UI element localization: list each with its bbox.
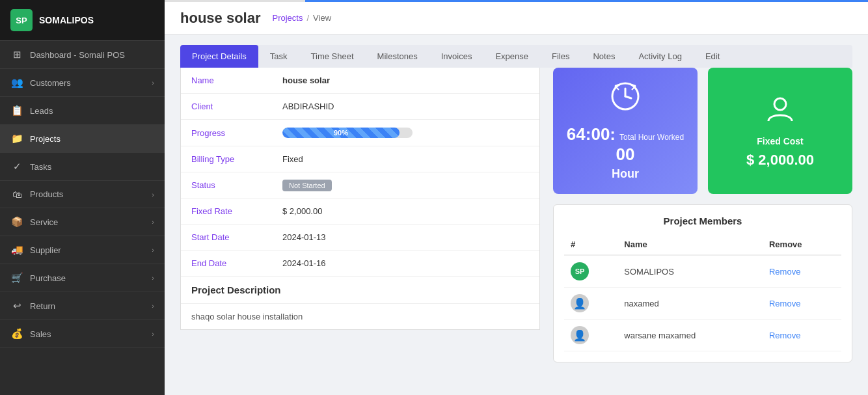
tab-invoices[interactable]: Invoices [429, 45, 484, 68]
content-area: Project Details Task Time Sheet Mileston… [165, 34, 868, 395]
supplier-icon: 🚚 [10, 244, 23, 256]
projects-icon: 📁 [10, 133, 23, 144]
main-content: house solar Projects / View Project Deta… [165, 0, 868, 395]
service-icon: 📦 [10, 216, 23, 228]
logo-icon: SP [10, 9, 33, 31]
value-status: Not Started [272, 172, 539, 198]
tab-project-details[interactable]: Project Details [180, 45, 258, 68]
row-start-date: Start Date 2024-01-13 [181, 225, 539, 251]
sidebar-item-projects[interactable]: 📁 Projects [0, 125, 165, 153]
col-hash: # [564, 234, 617, 255]
svg-point-5 [774, 98, 786, 110]
hours-label-inline: Total Hour Worked [619, 133, 684, 142]
sidebar: SP SOMALIPOS ⊞ Dashboard - Somali POS 👥 … [0, 0, 165, 395]
member-1-avatar: SP [571, 262, 589, 280]
members-title: Project Members [564, 215, 841, 226]
label-name: Name [181, 68, 272, 94]
stats-row: 64:00: Total Hour Worked 00 Hour [553, 68, 852, 194]
project-details-panel: Name house solar Client ABDIRASHID Progr… [180, 68, 540, 330]
member-2-remove-cell: Remove [763, 288, 841, 320]
purchase-icon: 🛒 [10, 272, 23, 284]
progress-bar-fill: 90% [282, 128, 400, 138]
products-icon: 🛍 [10, 189, 23, 200]
member-3-avatar: 👤 [571, 326, 589, 344]
sidebar-item-purchase[interactable]: 🛒 Purchase › [0, 264, 165, 292]
sidebar-item-tasks[interactable]: ✓ Tasks [0, 153, 165, 181]
col-name: Name [617, 234, 763, 255]
tab-time-sheet[interactable]: Time Sheet [299, 45, 366, 68]
label-billing-type: Billing Type [181, 146, 272, 172]
label-client: Client [181, 94, 272, 120]
sales-arrow: › [152, 330, 154, 338]
sidebar-item-service[interactable]: 📦 Service › [0, 208, 165, 236]
progress-pct-label: 90% [334, 129, 348, 137]
row-progress: Progress 90% [181, 120, 539, 146]
member-3-remove-cell: Remove [763, 320, 841, 351]
member-row-3: 👤 warsane maxamed Remove [564, 320, 841, 351]
return-icon: ↩ [10, 300, 23, 312]
fixed-cost-value: $ 2,000.00 [746, 152, 814, 169]
user-icon [765, 94, 796, 131]
breadcrumb-projects-link[interactable]: Projects [272, 13, 303, 23]
member-1-name: SOMALIPOS [617, 255, 763, 288]
sidebar-item-products[interactable]: 🛍 Products › [0, 181, 165, 208]
member-2-name: naxamed [617, 288, 763, 320]
left-panel: Name house solar Client ABDIRASHID Progr… [180, 68, 540, 362]
hours-value: 64:00: [567, 124, 616, 144]
topbar: house solar Projects / View [165, 2, 868, 34]
sidebar-item-sales[interactable]: 💰 Sales › [0, 320, 165, 348]
sidebar-item-dashboard[interactable]: ⊞ Dashboard - Somali POS [0, 41, 165, 69]
tab-task[interactable]: Task [258, 45, 299, 68]
value-name: house solar [272, 68, 539, 94]
members-table: # Name Remove SP SOMALIPOS [564, 234, 841, 351]
sidebar-label-sales: Sales [30, 329, 51, 339]
sidebar-item-return[interactable]: ↩ Return › [0, 292, 165, 320]
value-client: ABDIRASHID [272, 94, 539, 120]
value-fixed-rate: $ 2,000.00 [272, 198, 539, 225]
sidebar-item-customers[interactable]: 👥 Customers › [0, 69, 165, 97]
sidebar-label-customers: Customers [30, 78, 71, 88]
right-panel: 64:00: Total Hour Worked 00 Hour [553, 68, 852, 362]
project-description-text: shaqo solar house installation [181, 304, 539, 329]
member-2-remove-button[interactable]: Remove [769, 299, 800, 308]
breadcrumb-current: View [313, 13, 331, 23]
value-start-date: 2024-01-13 [272, 225, 539, 251]
products-arrow: › [152, 191, 154, 198]
progress-bar-container: 90% [282, 128, 413, 138]
col-remove: Remove [763, 234, 841, 255]
sidebar-label-return: Return [30, 301, 55, 311]
sidebar-label-products: Products [30, 189, 63, 199]
sales-icon: 💰 [10, 328, 23, 340]
members-table-header: # Name Remove [564, 234, 841, 255]
sidebar-label-dashboard: Dashboard - Somali POS [30, 50, 125, 60]
sidebar-logo: SP SOMALIPOS [0, 0, 165, 41]
member-1-remove-button[interactable]: Remove [769, 267, 800, 277]
member-3-name: warsane maxamed [617, 320, 763, 351]
row-billing-type: Billing Type Fixed [181, 146, 539, 172]
row-status: Status Not Started [181, 172, 539, 198]
purchase-arrow: › [152, 274, 154, 282]
hours-card: 64:00: Total Hour Worked 00 Hour [553, 68, 698, 194]
tab-activity-log[interactable]: Activity Log [627, 45, 693, 68]
sidebar-label-service: Service [30, 217, 58, 227]
clock-icon [610, 81, 641, 118]
tasks-icon: ✓ [10, 161, 23, 172]
return-arrow: › [152, 302, 154, 310]
tab-edit[interactable]: Edit [694, 45, 731, 68]
tab-files[interactable]: Files [540, 45, 581, 68]
sidebar-label-projects: Projects [30, 134, 61, 144]
sidebar-label-purchase: Purchase [30, 273, 66, 283]
breadcrumb-separator: / [306, 13, 309, 23]
sidebar-item-leads[interactable]: 📋 Leads [0, 97, 165, 125]
value-end-date: 2024-01-16 [272, 251, 539, 277]
service-arrow: › [152, 218, 154, 226]
label-progress: Progress [181, 120, 272, 146]
tab-milestones[interactable]: Milestones [366, 45, 429, 68]
tab-notes[interactable]: Notes [581, 45, 627, 68]
sidebar-item-supplier[interactable]: 🚚 Supplier › [0, 236, 165, 264]
page-title: house solar [180, 10, 260, 27]
tab-expense[interactable]: Expense [483, 45, 540, 68]
supplier-arrow: › [152, 246, 154, 254]
member-3-remove-button[interactable]: Remove [769, 331, 800, 340]
customers-icon: 👥 [10, 77, 23, 89]
